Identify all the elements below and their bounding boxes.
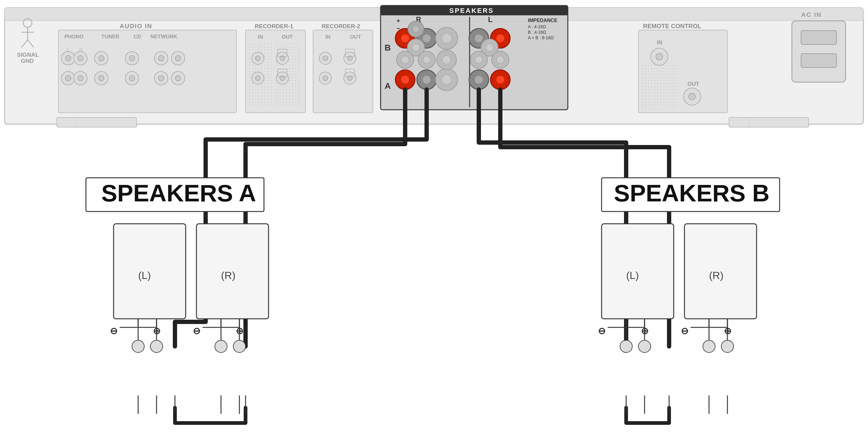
svg-text:(L): (L) <box>626 269 639 281</box>
svg-point-125 <box>656 53 663 60</box>
svg-text:⊕: ⊕ <box>724 326 732 336</box>
svg-rect-141 <box>114 224 186 319</box>
svg-point-173 <box>703 340 715 352</box>
svg-point-90 <box>469 29 489 48</box>
svg-point-84 <box>395 29 415 48</box>
svg-rect-133 <box>801 54 836 67</box>
svg-text:(R): (R) <box>709 269 723 281</box>
svg-point-30 <box>129 56 135 61</box>
svg-text:RECORDER-2: RECORDER-2 <box>322 23 360 29</box>
svg-point-153 <box>132 340 144 352</box>
svg-point-156 <box>233 340 246 352</box>
svg-text:L: L <box>488 15 493 24</box>
svg-point-96 <box>481 39 498 56</box>
svg-point-29 <box>125 52 139 65</box>
svg-text:IN: IN <box>657 39 662 46</box>
svg-point-53 <box>276 72 288 84</box>
svg-rect-72 <box>381 5 568 15</box>
svg-text:⊖: ⊖ <box>681 326 688 336</box>
svg-point-110 <box>442 33 452 43</box>
svg-point-22 <box>65 75 71 81</box>
svg-rect-9 <box>58 30 236 113</box>
svg-point-68 <box>347 76 352 81</box>
svg-text:⊖: ⊖ <box>110 326 118 336</box>
svg-point-120 <box>442 56 451 64</box>
svg-point-116 <box>475 56 483 64</box>
svg-rect-134 <box>57 117 136 127</box>
svg-text:B  :  4-16Ω: B : 4-16Ω <box>528 30 546 35</box>
svg-point-114 <box>423 56 430 64</box>
svg-point-20 <box>78 56 83 61</box>
svg-text:⊖: ⊖ <box>598 326 606 336</box>
svg-point-112 <box>401 56 409 64</box>
svg-text:REMOTE CONTROL: REMOTE CONTROL <box>643 23 701 29</box>
svg-point-32 <box>129 75 135 81</box>
svg-point-103 <box>436 69 458 91</box>
svg-text:TUNER: TUNER <box>101 34 119 39</box>
svg-text:PHONO: PHONO <box>64 34 84 39</box>
svg-point-21 <box>61 71 75 85</box>
svg-point-63 <box>319 72 332 84</box>
svg-point-91 <box>474 34 483 43</box>
svg-point-49 <box>252 72 264 84</box>
svg-rect-136 <box>729 117 809 127</box>
svg-text:⊕: ⊕ <box>641 326 649 336</box>
svg-point-128 <box>684 88 701 105</box>
svg-point-115 <box>470 51 487 68</box>
svg-point-48 <box>255 56 260 61</box>
svg-rect-41 <box>246 30 305 113</box>
svg-text:IN: IN <box>258 34 263 40</box>
svg-point-117 <box>492 51 509 68</box>
svg-text:OUT: OUT <box>350 34 361 40</box>
svg-rect-131 <box>792 21 846 82</box>
svg-point-65 <box>344 52 356 64</box>
svg-rect-159 <box>601 224 674 319</box>
svg-point-104 <box>442 75 452 84</box>
svg-point-113 <box>418 51 435 68</box>
svg-rect-46 <box>276 43 301 107</box>
svg-point-27 <box>95 71 108 85</box>
svg-text:(R): (R) <box>221 269 236 281</box>
svg-rect-71 <box>381 5 568 110</box>
svg-point-94 <box>407 39 425 56</box>
wiring-diagram: SIGNAL GND AUDIO IN PHONO TUNER CD NETWO… <box>0 0 868 446</box>
svg-point-92 <box>491 29 510 48</box>
svg-point-18 <box>65 56 71 61</box>
svg-point-105 <box>469 70 489 90</box>
svg-rect-69 <box>345 49 354 57</box>
svg-point-39 <box>171 71 185 85</box>
svg-point-54 <box>280 76 285 81</box>
svg-text:A  :  4-16Ω: A : 4-16Ω <box>528 24 546 29</box>
svg-point-87 <box>422 34 431 43</box>
svg-text:L: L <box>67 47 70 53</box>
svg-point-109 <box>436 27 458 49</box>
svg-point-93 <box>496 34 505 43</box>
svg-text:GND: GND <box>21 58 34 64</box>
svg-point-23 <box>74 71 87 85</box>
svg-point-100 <box>401 75 409 84</box>
svg-point-25 <box>95 52 108 65</box>
svg-text:IN: IN <box>326 34 331 40</box>
svg-rect-126 <box>642 63 678 109</box>
svg-point-17 <box>61 52 75 65</box>
svg-point-24 <box>78 75 83 81</box>
svg-point-64 <box>323 76 328 81</box>
svg-point-66 <box>347 56 352 61</box>
svg-point-99 <box>395 70 415 90</box>
svg-text:B: B <box>384 43 391 53</box>
svg-text:(L): (L) <box>138 269 151 281</box>
svg-text:⊕: ⊕ <box>236 326 243 336</box>
svg-text:−: − <box>397 25 400 32</box>
svg-rect-161 <box>684 224 756 319</box>
svg-text:IMPEDANCE: IMPEDANCE <box>528 18 557 23</box>
svg-point-85 <box>401 34 409 43</box>
svg-point-61 <box>319 52 332 64</box>
svg-point-28 <box>98 75 104 81</box>
svg-text:OUT: OUT <box>282 34 293 40</box>
svg-text:NETWORK: NETWORK <box>150 34 178 39</box>
svg-line-5 <box>22 40 28 47</box>
svg-point-19 <box>74 52 87 65</box>
svg-rect-139 <box>86 178 264 211</box>
svg-text:CD: CD <box>133 34 141 39</box>
svg-point-95 <box>412 44 420 51</box>
